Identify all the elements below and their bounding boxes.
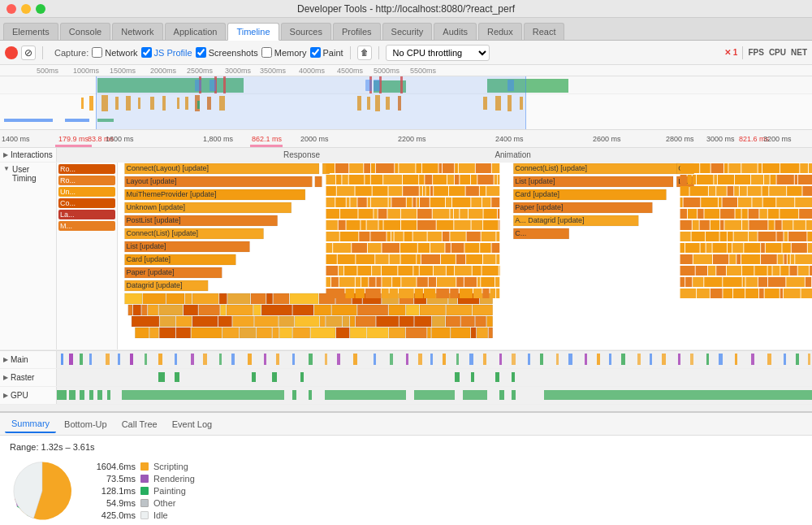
tab-profiles[interactable]: Profiles (333, 23, 381, 40)
window-controls[interactable] (6, 4, 45, 14)
label-m: M... (58, 221, 115, 231)
svg-rect-110 (97, 390, 102, 400)
svg-rect-111 (107, 390, 110, 400)
gpu-content (57, 387, 812, 404)
pie-chart (10, 458, 75, 523)
record-button[interactable] (5, 46, 18, 59)
legend-scripting: 1604.6ms Scripting (91, 462, 195, 471)
svg-rect-47 (145, 354, 147, 365)
svg-rect-44 (106, 354, 110, 365)
svg-rect-115 (325, 390, 406, 400)
svg-rect-40 (61, 354, 63, 365)
ruler-5500: 5500ms (410, 67, 436, 75)
svg-rect-43 (89, 354, 92, 365)
scripting-label: Scripting (153, 462, 188, 471)
tab-redux[interactable]: Redux (478, 23, 522, 40)
tab-event-log[interactable]: Event Log (166, 416, 219, 432)
svg-rect-79 (609, 354, 611, 365)
svg-rect-56 (276, 354, 279, 365)
svg-rect-64 (406, 354, 408, 365)
svg-rect-42 (80, 354, 83, 365)
main-chart (57, 351, 812, 368)
summary-area: 1604.6ms Scripting 73.5ms Rendering 128.… (10, 458, 802, 523)
ruler-1400: 1400 ms (2, 135, 30, 143)
maximize-button[interactable] (36, 4, 45, 14)
legend: 1604.6ms Scripting 73.5ms Rendering 128.… (91, 462, 195, 520)
gpu-chart (57, 387, 812, 404)
bottom-panel: Summary Bottom-Up Call Tree Event Log Ra… (0, 411, 812, 525)
svg-rect-38 (65, 119, 89, 122)
sep (742, 46, 743, 59)
svg-rect-87 (719, 354, 723, 365)
paint-checkbox[interactable]: Paint (310, 47, 343, 58)
idle-label: Idle (153, 510, 168, 520)
svg-rect-102 (495, 372, 499, 382)
svg-rect-82 (650, 354, 652, 365)
tab-console[interactable]: Console (60, 23, 110, 40)
ruler-2500: 2500ms (187, 67, 213, 75)
tab-summary[interactable]: Summary (5, 415, 56, 433)
raster-label[interactable]: ▶ Raster (0, 369, 57, 386)
ruler-2800: 2800 ms (666, 135, 694, 143)
scripting-ms: 1604.6ms (91, 462, 136, 471)
svg-rect-72 (512, 354, 516, 365)
svg-rect-92 (796, 354, 799, 365)
label-la: La... (58, 210, 115, 219)
network-checkbox[interactable]: Network (92, 47, 137, 58)
user-timing-labels: Ro... Ro... Un... Co... La... M... (57, 163, 118, 349)
range-text: Range: 1.32s – 3.61s (10, 442, 802, 452)
svg-rect-41 (69, 354, 73, 365)
window-title: Developer Tools - http://localhost:8080/… (297, 3, 515, 15)
svg-rect-106 (57, 390, 67, 400)
svg-rect-55 (264, 354, 266, 365)
svg-rect-97 (252, 372, 256, 382)
svg-rect-109 (89, 390, 93, 400)
label-un: Un... (58, 187, 115, 197)
fps-label: FPS (748, 48, 763, 57)
close-button[interactable] (6, 4, 16, 14)
overview-panel: 500ms 1000ms 1500ms 2000ms 2500ms 3000ms… (0, 65, 812, 130)
tab-network[interactable]: Network (112, 23, 162, 40)
gpu-label[interactable]: ▶ GPU (0, 387, 57, 404)
svg-rect-50 (191, 354, 194, 365)
screenshots-checkbox[interactable]: Screenshots (196, 47, 258, 58)
overview-selection[interactable] (96, 76, 526, 130)
svg-rect-77 (585, 354, 587, 365)
delete-button[interactable]: 🗑 (357, 46, 372, 60)
tab-timeline[interactable]: Timeline (227, 23, 279, 41)
toolbar-separator-1 (42, 46, 43, 59)
svg-rect-117 (463, 390, 487, 400)
minimize-button[interactable] (21, 4, 31, 14)
tab-sources[interactable]: Sources (281, 23, 331, 40)
svg-rect-118 (499, 390, 504, 400)
memory-checkbox[interactable]: Memory (261, 47, 307, 58)
main-content (57, 351, 812, 368)
svg-rect-84 (678, 354, 680, 365)
tab-bottom-up[interactable]: Bottom-Up (58, 416, 114, 432)
js-profile-checkbox[interactable]: JS Profile (141, 47, 192, 58)
painting-label: Painting (153, 486, 186, 496)
svg-rect-119 (512, 390, 516, 400)
svg-rect-67 (443, 354, 446, 365)
tab-elements[interactable]: Elements (3, 23, 58, 40)
flame-content[interactable] (118, 163, 812, 349)
idle-color (140, 511, 149, 519)
cpu-throttle-select[interactable]: No CPU throttling 2x slowdown 4x slowdow… (386, 45, 490, 61)
interactions-label[interactable]: ▶ Interactions (0, 148, 57, 162)
svg-rect-73 (528, 354, 530, 365)
tab-audits[interactable]: Audits (434, 23, 477, 40)
clear-button[interactable]: ⊘ (21, 46, 36, 60)
tab-react[interactable]: React (524, 23, 565, 40)
overview-content[interactable] (0, 76, 812, 130)
ruler-5000: 5000ms (374, 67, 400, 75)
main-label[interactable]: ▶ Main (0, 351, 57, 368)
user-timing-label[interactable]: ▼ User Timing (0, 163, 57, 349)
toolbar-separator-3 (378, 46, 379, 59)
svg-rect-90 (767, 354, 771, 365)
tab-application[interactable]: Application (165, 23, 227, 40)
tab-call-tree[interactable]: Call Tree (115, 416, 164, 432)
legend-idle: 425.0ms Idle (91, 510, 195, 520)
tab-security[interactable]: Security (382, 23, 433, 40)
svg-rect-15 (89, 96, 93, 111)
interactions-row: ▶ Interactions Response Animation (0, 148, 812, 163)
